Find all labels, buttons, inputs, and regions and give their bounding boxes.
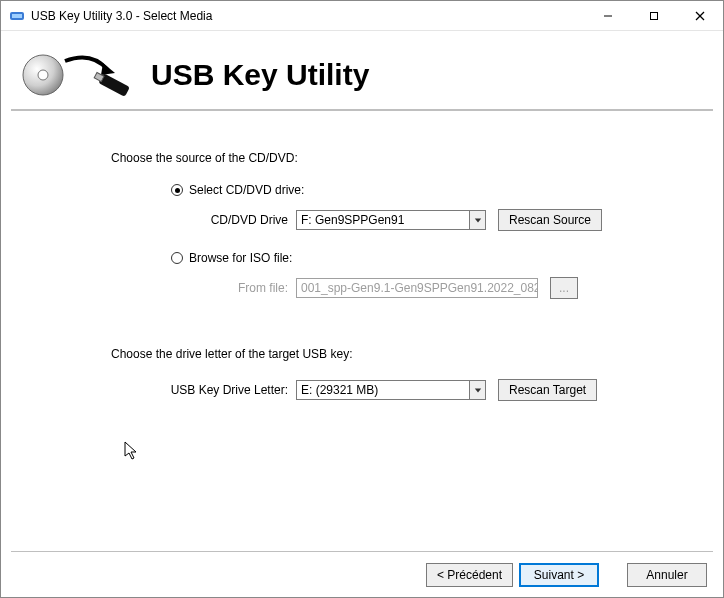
radio-icon — [171, 252, 183, 264]
window-maximize-button[interactable] — [631, 1, 677, 31]
next-button[interactable]: Suivant > — [519, 563, 599, 587]
iso-file-input: 001_spp-Gen9.1-Gen9SPPGen91.2022_0822.4.… — [296, 278, 538, 298]
window-title: USB Key Utility 3.0 - Select Media — [31, 9, 212, 23]
window-titlebar: USB Key Utility 3.0 - Select Media — [1, 1, 723, 31]
window-close-button[interactable] — [677, 1, 723, 31]
chevron-down-icon — [469, 211, 485, 229]
browse-iso-button: ... — [550, 277, 578, 299]
app-icon — [9, 8, 25, 24]
radio-browse-iso-label: Browse for ISO file: — [189, 251, 292, 265]
wizard-page: Choose the source of the CD/DVD: Select … — [1, 111, 723, 551]
usb-drive-value: E: (29321 MB) — [297, 383, 469, 397]
radio-browse-iso[interactable]: Browse for ISO file: — [171, 251, 713, 265]
chevron-down-icon — [469, 381, 485, 399]
usb-drive-dropdown[interactable]: E: (29321 MB) — [296, 380, 486, 400]
rescan-target-button[interactable]: Rescan Target — [498, 379, 597, 401]
back-button[interactable]: < Précédent — [426, 563, 513, 587]
svg-rect-1 — [12, 14, 22, 18]
svg-marker-8 — [101, 63, 115, 75]
banner-title: USB Key Utility — [151, 58, 369, 92]
target-section-label: Choose the drive letter of the target US… — [111, 347, 713, 361]
usb-drive-label: USB Key Drive Letter: — [141, 383, 296, 397]
rescan-source-button[interactable]: Rescan Source — [498, 209, 602, 231]
cd-drive-dropdown[interactable]: F: Gen9SPPGen91 — [296, 210, 486, 230]
iso-file-label: From file: — [171, 281, 296, 295]
cd-drive-value: F: Gen9SPPGen91 — [297, 213, 469, 227]
svg-marker-13 — [125, 442, 136, 459]
cursor-icon — [124, 441, 140, 464]
banner: USB Key Utility — [11, 41, 713, 111]
svg-marker-11 — [474, 218, 480, 222]
disc-to-usb-icon — [21, 49, 131, 102]
radio-select-drive-label: Select CD/DVD drive: — [189, 183, 304, 197]
source-section-label: Choose the source of the CD/DVD: — [111, 151, 713, 165]
cd-drive-label: CD/DVD Drive — [171, 213, 296, 227]
radio-select-drive[interactable]: Select CD/DVD drive: — [171, 183, 713, 197]
wizard-footer: < Précédent Suivant > Annuler — [1, 553, 723, 597]
window-minimize-button[interactable] — [585, 1, 631, 31]
radio-icon — [171, 184, 183, 196]
svg-point-7 — [38, 70, 48, 80]
svg-rect-3 — [651, 12, 658, 19]
cancel-button[interactable]: Annuler — [627, 563, 707, 587]
svg-marker-12 — [474, 388, 480, 392]
